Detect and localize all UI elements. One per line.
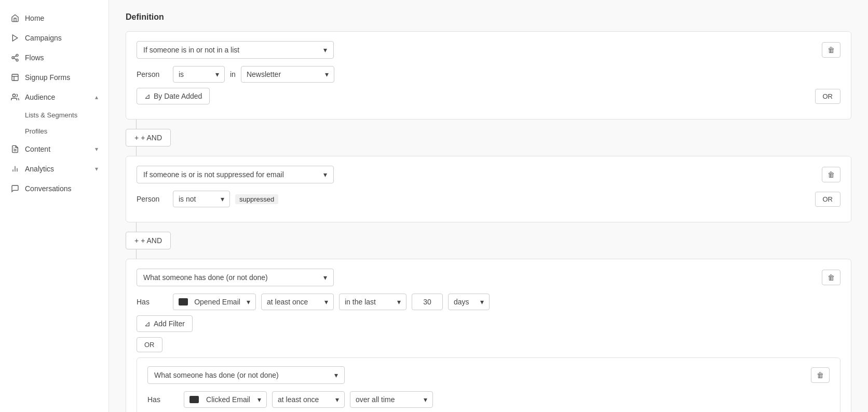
- sub-conditions-or-connector: OR: [137, 337, 840, 352]
- sub-cond-2-freq-select[interactable]: at least once ▾: [272, 391, 345, 408]
- sub-cond-2-delete-button[interactable]: 🗑: [811, 367, 830, 383]
- sub-cond-1-add-filter-button[interactable]: ⊿ Add Filter: [137, 315, 193, 332]
- condition-2-chevron-icon: ▾: [221, 195, 224, 203]
- sidebar-item-audience-row[interactable]: Audience ▴: [0, 87, 108, 107]
- condition-2-row: Person is not ▾ suppressed OR: [137, 191, 840, 207]
- sidebar-item-analytics-label: Analytics: [25, 165, 54, 173]
- content-chevron-down-icon: ▾: [95, 145, 98, 153]
- v-connector-2: [126, 222, 851, 232]
- sub-cond-2-freq-chevron: ▾: [335, 395, 339, 404]
- sidebar-item-profiles[interactable]: Profiles: [0, 123, 108, 139]
- sidebar-item-signup-forms[interactable]: Signup Forms: [0, 68, 108, 87]
- sidebar-item-analytics: Analytics ▾: [0, 159, 108, 179]
- sub-cond-1-time-chevron: ▾: [397, 298, 401, 306]
- condition-1-in-label: in: [230, 70, 236, 78]
- flows-icon: [10, 53, 20, 62]
- sidebar-item-content-label: Content: [25, 145, 50, 153]
- condition-2-type-select[interactable]: If someone is or is not suppressed for e…: [137, 166, 334, 183]
- condition-2-person-label: Person: [137, 195, 168, 203]
- content-icon: [10, 144, 20, 154]
- sidebar-item-content-row[interactable]: Content ▾: [0, 139, 108, 159]
- sidebar-item-conversations[interactable]: Conversations: [0, 179, 108, 198]
- email-icon-2: [189, 396, 199, 403]
- audience-sub-items: Lists & Segments Profiles: [0, 107, 108, 139]
- sidebar-item-conversations-label: Conversations: [25, 184, 72, 193]
- condition-1-list-select[interactable]: Newsletter ▾: [241, 66, 334, 83]
- conversations-icon: [10, 184, 20, 193]
- analytics-icon: [10, 164, 20, 174]
- condition-2-person-select[interactable]: is not ▾: [173, 191, 230, 207]
- sub-cond-1-freq-chevron: ▾: [324, 298, 328, 306]
- sub-condition-2-header: What someone has done (or not done) ▾ 🗑: [147, 366, 830, 384]
- sub-cond-1-number-input[interactable]: [412, 294, 443, 310]
- sub-condition-1-row: Has Opened Email ▾ at least once ▾ in th…: [137, 294, 840, 310]
- audience-icon: [10, 92, 20, 102]
- condition-1-row: Person is ▾ in Newsletter ▾: [137, 66, 840, 83]
- condition-2-or-button[interactable]: OR: [815, 192, 841, 207]
- sub-cond-1-event-select[interactable]: Opened Email ▾: [173, 294, 256, 310]
- sub-cond-2-time-select[interactable]: over all time ▾: [350, 391, 433, 408]
- condition-3-delete-button[interactable]: 🗑: [822, 270, 840, 285]
- svg-point-9: [12, 94, 15, 97]
- condition-2-header: If someone is or is not suppressed for e…: [137, 166, 840, 183]
- sub-conditions-or-button[interactable]: OR: [137, 337, 162, 352]
- sub-cond-2-time-chevron: ▾: [424, 395, 427, 404]
- sub-cond-2-type-select[interactable]: What someone has done (or not done) ▾: [147, 366, 345, 384]
- sub-cond-1-unit-chevron: ▾: [480, 298, 484, 306]
- and-button-2[interactable]: + + AND: [126, 232, 171, 249]
- chevron-down-icon: ▾: [215, 70, 219, 78]
- sub-cond-1-has-label: Has: [137, 298, 168, 306]
- sidebar-item-campaigns-label: Campaigns: [25, 34, 62, 42]
- sidebar-item-analytics-row[interactable]: Analytics ▾: [0, 159, 108, 179]
- svg-line-5: [14, 56, 17, 57]
- sidebar: Home Campaigns Flows Signup Forms Audien…: [0, 0, 109, 412]
- v-connector-3: [126, 249, 851, 259]
- sidebar-item-home[interactable]: Home: [0, 8, 108, 28]
- signup-forms-icon: [10, 73, 20, 82]
- condition-1-type-label: If someone is in or not in a list: [143, 46, 239, 54]
- condition-1-by-date-button[interactable]: ⊿ By Date Added: [137, 88, 210, 104]
- condition-1-delete-button[interactable]: 🗑: [822, 42, 840, 58]
- sidebar-item-signup-forms-label: Signup Forms: [25, 73, 70, 82]
- condition-block-2: If someone is or is not suppressed for e…: [126, 156, 851, 222]
- sidebar-item-flows[interactable]: Flows: [0, 48, 108, 68]
- and-button-1-wrapper: + + AND: [126, 129, 851, 147]
- sub-cond-1-freq-select[interactable]: at least once ▾: [261, 294, 334, 310]
- plus-icon-1: +: [134, 134, 139, 142]
- sidebar-item-audience: Audience ▴ Lists & Segments Profiles: [0, 87, 108, 139]
- sub-cond-2-type-label: What someone has done (or not done): [154, 371, 279, 379]
- sidebar-item-campaigns[interactable]: Campaigns: [0, 28, 108, 48]
- page-title: Definition: [126, 12, 851, 22]
- svg-point-3: [16, 59, 18, 61]
- svg-point-1: [16, 54, 18, 56]
- sidebar-item-lists-segments[interactable]: Lists & Segments: [0, 107, 108, 123]
- sidebar-item-home-label: Home: [25, 14, 44, 22]
- sub-cond-2-event-chevron: ▾: [257, 395, 261, 404]
- svg-point-2: [12, 57, 14, 59]
- filter-icon-1: ⊿: [144, 320, 151, 328]
- svg-line-4: [14, 58, 17, 60]
- condition-2-type-label: If someone is or is not suppressed for e…: [143, 170, 284, 179]
- and-connector-1: [126, 119, 851, 129]
- condition-2-delete-button[interactable]: 🗑: [822, 167, 840, 182]
- condition-1-filter-row: ⊿ By Date Added OR: [137, 88, 840, 104]
- analytics-chevron-down-icon: ▾: [95, 165, 98, 172]
- sub-cond-2-event-select[interactable]: Clicked Email ▾: [184, 391, 267, 408]
- sub-condition-2-block: What someone has done (or not done) ▾ 🗑 …: [137, 357, 840, 412]
- condition-1-or-button[interactable]: OR: [815, 89, 841, 104]
- sub-cond-1-filter-row: ⊿ Add Filter: [137, 315, 840, 332]
- condition-3-chevron-icon: ▾: [323, 273, 327, 282]
- and-button-1[interactable]: + + AND: [126, 129, 171, 147]
- condition-1-type-select[interactable]: If someone is in or not in a list ▾: [137, 41, 334, 59]
- sub-cond-1-time-select[interactable]: in the last ▾: [339, 294, 406, 310]
- sub-condition-2-row: Has Clicked Email ▾ at least once ▾ over…: [147, 391, 830, 408]
- condition-block-1: If someone is in or not in a list ▾ 🗑 Pe…: [126, 31, 851, 119]
- condition-3-type-select[interactable]: What someone has done (or not done) ▾: [137, 269, 334, 286]
- condition-block-3: What someone has done (or not done) ▾ 🗑 …: [126, 259, 851, 412]
- condition-1-header: If someone is in or not in a list ▾ 🗑: [137, 41, 840, 59]
- sub-cond-1-unit-select[interactable]: days ▾: [448, 294, 490, 310]
- sub-cond-2-chevron-icon: ▾: [334, 371, 338, 379]
- main-content: Definition If someone is in or not in a …: [109, 0, 868, 412]
- condition-3-header: What someone has done (or not done) ▾ 🗑: [137, 269, 840, 286]
- condition-1-person-select[interactable]: is ▾: [173, 66, 225, 83]
